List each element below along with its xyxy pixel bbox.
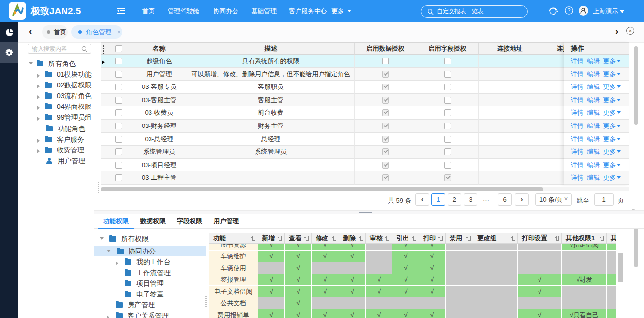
svg-text:?: ? (568, 8, 571, 13)
